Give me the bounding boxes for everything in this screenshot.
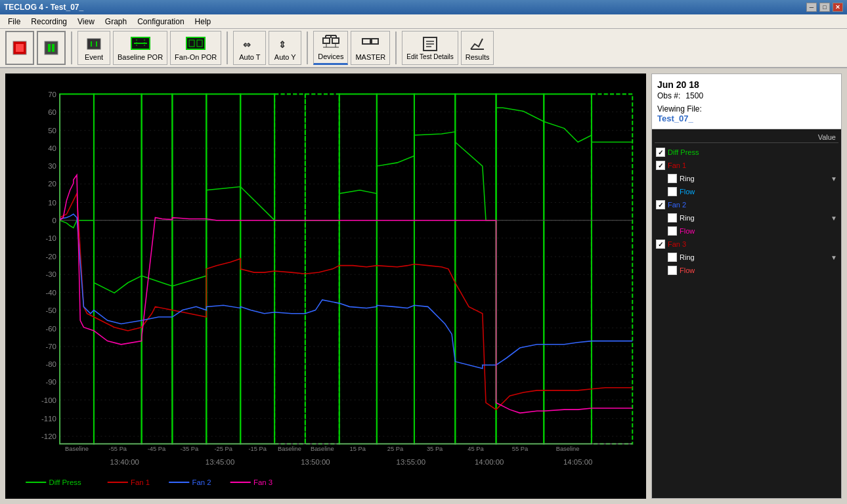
baseline-por-label: Baseline POR xyxy=(118,53,163,61)
svg-text:-90: -90 xyxy=(45,378,56,386)
svg-text:Baseline: Baseline xyxy=(278,446,301,452)
legend-header: Value xyxy=(655,132,838,143)
record-button[interactable] xyxy=(5,31,34,65)
results-button[interactable]: Results xyxy=(461,31,494,65)
close-button[interactable]: ✕ xyxy=(833,3,843,12)
diffpress-checkbox[interactable] xyxy=(656,148,665,157)
fanon-por-icon xyxy=(185,35,206,53)
record-icon xyxy=(11,39,29,57)
svg-text:-25 Pa: -25 Pa xyxy=(215,446,233,452)
minimize-button[interactable]: ─ xyxy=(806,3,817,12)
legend-row-diffpress: Diff Press xyxy=(655,146,838,159)
svg-text:-50: -50 xyxy=(45,306,56,314)
fan3-checkbox[interactable] xyxy=(656,240,665,249)
svg-text:10: 10 xyxy=(48,199,56,207)
svg-text:⇕: ⇕ xyxy=(278,39,286,50)
results-icon xyxy=(468,35,487,53)
devices-button[interactable]: Devices xyxy=(313,31,348,65)
info-section: Jun 20 18 Obs #: 1500 Viewing File: Test… xyxy=(652,74,841,129)
title-bar: TECLOG 4 - Test_07_ ─ □ ✕ xyxy=(0,0,847,14)
auto-t-button[interactable]: ⇔ Auto T xyxy=(233,31,266,65)
fan1-ring-checkbox[interactable] xyxy=(668,174,677,183)
svg-text:14:05:00: 14:05:00 xyxy=(563,458,592,466)
svg-text:50: 50 xyxy=(48,127,56,135)
svg-text:55 Pa: 55 Pa xyxy=(512,446,529,452)
svg-text:-30: -30 xyxy=(45,270,56,278)
svg-text:-80: -80 xyxy=(45,360,56,368)
svg-text:14:00:00: 14:00:00 xyxy=(475,458,504,466)
menu-help[interactable]: Help xyxy=(190,16,217,28)
menu-graph[interactable]: Graph xyxy=(100,16,132,28)
separator-2 xyxy=(227,32,228,64)
svg-text:Diff Press: Diff Press xyxy=(49,478,81,486)
auto-y-icon: ⇕ xyxy=(276,35,294,53)
svg-text:-15 Pa: -15 Pa xyxy=(248,446,267,452)
master-label: MASTER xyxy=(355,53,385,61)
menu-file[interactable]: File xyxy=(3,16,26,28)
svg-text:-60: -60 xyxy=(45,325,56,333)
legend-row-fan2-flow: Flow xyxy=(655,224,838,238)
pause-button[interactable] xyxy=(37,31,66,65)
menu-configuration[interactable]: Configuration xyxy=(132,16,189,28)
fan3-label: Fan 3 xyxy=(668,240,837,248)
svg-text:-100: -100 xyxy=(41,396,56,404)
svg-text:40: 40 xyxy=(48,144,56,152)
fanon-por-button[interactable]: Fan-On POR xyxy=(170,31,221,65)
fan2-ring-checkbox[interactable] xyxy=(668,213,677,222)
event-button[interactable]: Event xyxy=(77,31,110,65)
fan2-checkbox[interactable] xyxy=(656,200,665,209)
legend-row-fan1-flow: Flow xyxy=(655,185,838,198)
svg-text:-20: -20 xyxy=(45,253,56,261)
fan1-ring-label: Ring xyxy=(680,175,828,182)
chart-area[interactable]: 70 60 50 40 30 20 10 0 -10 -20 -30 -40 -… xyxy=(5,74,646,499)
auto-t-icon: ⇔ xyxy=(240,35,259,53)
menu-recording[interactable]: Recording xyxy=(26,16,72,28)
svg-text:13:50:00: 13:50:00 xyxy=(301,458,330,466)
obs-label: Obs #: xyxy=(657,91,680,100)
svg-rect-27 xyxy=(372,39,378,44)
obs-value: 1500 xyxy=(685,91,703,100)
auto-y-button[interactable]: ⇕ Auto Y xyxy=(269,31,301,65)
fan2-flow-label: Flow xyxy=(680,227,837,235)
fan3-flow-checkbox[interactable] xyxy=(668,266,677,275)
svg-rect-3 xyxy=(48,44,51,52)
legend-row-fan2-ring: Ring ▼ xyxy=(655,211,838,224)
baseline-por-icon xyxy=(130,35,151,53)
fan3-ring-arrow: ▼ xyxy=(831,254,837,261)
menu-view[interactable]: View xyxy=(72,16,100,28)
toolbar: Event Baseline POR Fan-On POR ⇔ Auto T ⇕ xyxy=(0,29,847,68)
fan1-checkbox[interactable] xyxy=(656,161,665,170)
filename: Test_07_ xyxy=(657,114,836,123)
edit-test-button[interactable]: Edit Test Details xyxy=(402,31,458,65)
viewing-label: Viewing File: xyxy=(657,104,836,114)
obs-section: Obs #: 1500 xyxy=(657,91,836,100)
event-icon xyxy=(85,35,103,53)
svg-text:Baseline: Baseline xyxy=(556,446,580,452)
svg-text:-40: -40 xyxy=(45,289,56,297)
svg-text:⇔: ⇔ xyxy=(243,39,251,50)
svg-text:Baseline: Baseline xyxy=(311,446,334,452)
svg-text:-35 Pa: -35 Pa xyxy=(181,446,199,452)
svg-rect-18 xyxy=(332,38,339,43)
baseline-por-button[interactable]: Baseline POR xyxy=(113,31,167,65)
fan3-flow-label: Flow xyxy=(680,266,837,274)
fan2-flow-checkbox[interactable] xyxy=(668,226,677,236)
svg-text:60: 60 xyxy=(48,108,56,116)
svg-text:-110: -110 xyxy=(41,415,56,423)
event-label: Event xyxy=(85,53,103,61)
auto-y-label: Auto Y xyxy=(274,53,296,61)
svg-text:13:40:00: 13:40:00 xyxy=(110,458,139,466)
maximize-button[interactable]: □ xyxy=(819,3,830,12)
separator-1 xyxy=(71,32,72,64)
svg-text:25 Pa: 25 Pa xyxy=(387,446,404,452)
svg-text:35 Pa: 35 Pa xyxy=(427,446,443,452)
legend-row-fan3: Fan 3 xyxy=(655,238,838,251)
title-bar-controls: ─ □ ✕ xyxy=(806,3,843,12)
diffpress-label: Diff Press xyxy=(668,148,837,156)
fan3-ring-checkbox[interactable] xyxy=(668,253,677,262)
svg-text:-55 Pa: -55 Pa xyxy=(109,446,127,452)
master-button[interactable]: MASTER xyxy=(351,31,390,65)
svg-text:-70: -70 xyxy=(45,343,56,350)
svg-rect-26 xyxy=(362,39,370,44)
fan1-flow-checkbox[interactable] xyxy=(668,187,677,196)
